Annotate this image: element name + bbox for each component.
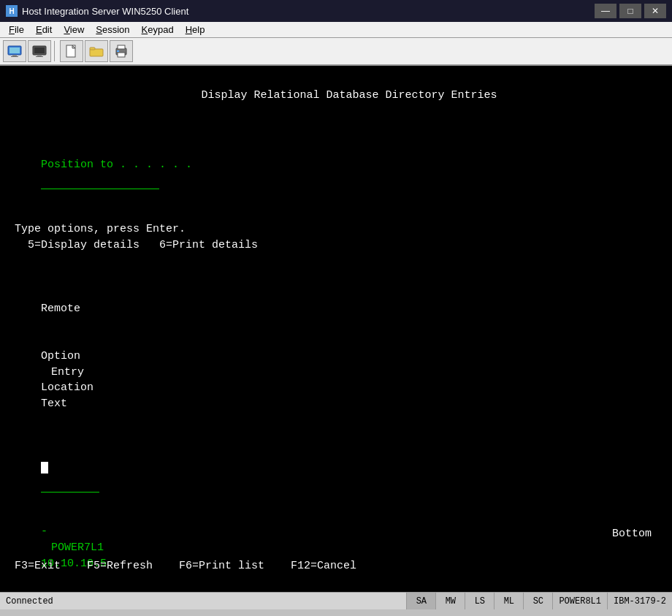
menu-keypad[interactable]: Keypad: [136, 23, 180, 37]
data-row-1: - POWER7L1 10.10.10.5: [15, 508, 657, 592]
svg-rect-7: [36, 56, 43, 57]
close-button[interactable]: ✕: [644, 4, 666, 18]
status-badge-ml: ML: [494, 593, 523, 609]
option-input-row: [15, 428, 657, 509]
instructions-line2: 5=Display details 6=Print details: [15, 237, 657, 254]
status-badge-ls: LS: [465, 593, 494, 609]
position-input-underline[interactable]: [41, 173, 159, 190]
function-keys: F3=Exit F5=Refresh F6=Print list F12=Can…: [15, 558, 356, 574]
cursor[interactable]: [41, 462, 48, 474]
spacer-1: [15, 125, 657, 141]
svg-rect-5: [34, 47, 45, 53]
svg-rect-15: [117, 50, 119, 52]
menu-bar: File Edit View Session Keypad Help: [0, 22, 672, 38]
menu-file[interactable]: File: [3, 23, 30, 37]
maximize-button[interactable]: □: [619, 4, 641, 18]
open-button[interactable]: [85, 40, 108, 62]
disconnect-button[interactable]: [28, 40, 51, 62]
status-badge-power8l1: POWER8L1: [552, 593, 607, 609]
menu-edit[interactable]: Edit: [30, 23, 58, 37]
status-bar: Connected SA MW LS ML SC POWER8L1 IBM-31…: [0, 592, 672, 609]
new-button[interactable]: [60, 40, 83, 62]
col-header-row2: Option Entry Location Text: [15, 332, 657, 428]
col-header-row1: Remote: [15, 269, 657, 332]
connect-button[interactable]: [3, 40, 26, 62]
menu-help[interactable]: Help: [180, 23, 211, 37]
menu-view[interactable]: View: [58, 23, 90, 37]
toolbar-sep-1: [54, 41, 57, 61]
spacer-3: [15, 253, 657, 269]
title-bar-controls: — □ ✕: [595, 4, 666, 18]
status-badge-ibm: IBM-3179-2: [607, 593, 672, 609]
svg-rect-13: [118, 45, 125, 49]
menu-session[interactable]: Session: [90, 23, 135, 37]
minimize-button[interactable]: —: [595, 4, 616, 18]
svg-rect-3: [11, 56, 18, 57]
status-badge-sc: SC: [523, 593, 552, 609]
screen-title: Display Relational Database Directory En…: [15, 72, 657, 119]
status-badge-sa: SA: [406, 593, 435, 609]
print-button[interactable]: [110, 40, 133, 62]
spacer-2: [15, 205, 657, 221]
bottom-label: Bottom: [612, 526, 652, 542]
status-badge-mw: MW: [435, 593, 465, 609]
window-title: Host Integration Server WIN5250 Client: [22, 6, 188, 17]
position-label: Position to . . . . . .: [41, 159, 192, 171]
toolbar: [0, 38, 672, 66]
svg-rect-6: [37, 55, 42, 56]
status-connected: Connected: [0, 596, 406, 607]
svg-rect-11: [90, 47, 95, 50]
svg-rect-14: [118, 53, 125, 57]
svg-rect-1: [9, 47, 20, 53]
instructions-line1: Type options, press Enter.: [15, 221, 657, 237]
terminal-screen: Display Relational Database Directory En…: [0, 66, 672, 592]
app-icon: H: [6, 5, 18, 17]
svg-rect-2: [12, 55, 17, 56]
title-bar: H Host Integration Server WIN5250 Client…: [0, 0, 672, 22]
title-bar-left: H Host Integration Server WIN5250 Client: [6, 5, 188, 17]
position-to-line: Position to . . . . . .: [15, 141, 657, 205]
